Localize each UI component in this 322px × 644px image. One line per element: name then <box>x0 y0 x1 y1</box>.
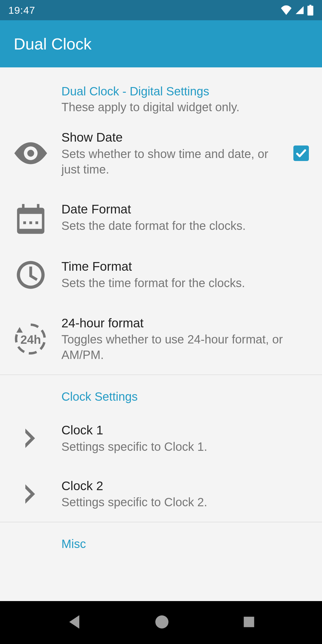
item-title: 24-hour format <box>61 315 303 331</box>
item-title: Time Format <box>61 259 303 275</box>
settings-list: Dual Clock - Digital Settings These appl… <box>0 67 322 601</box>
section-title: Clock Settings <box>61 390 313 403</box>
item-subtitle: Settings specific to Clock 2. <box>61 494 303 510</box>
item-subtitle: Sets the date format for the clocks. <box>61 218 303 233</box>
item-title: Date Format <box>61 202 303 217</box>
item-show-date[interactable]: Show Date Sets whether to show time and … <box>0 118 322 189</box>
svg-rect-5 <box>244 617 254 627</box>
clock-24h-icon: 24h <box>0 320 61 358</box>
item-subtitle: Settings specific to Clock 1. <box>61 439 303 454</box>
app-bar: Dual Clock <box>0 20 322 67</box>
eye-icon <box>0 142 61 165</box>
svg-rect-0 <box>23 221 26 224</box>
section-header-digital: Dual Clock - Digital Settings These appl… <box>0 67 322 118</box>
signal-icon <box>295 5 305 15</box>
calendar-icon <box>0 201 61 234</box>
section-header-clock: Clock Settings <box>0 375 322 411</box>
svg-rect-2 <box>35 221 38 224</box>
section-subtitle: These apply to digital widget only. <box>61 99 313 115</box>
item-subtitle: Sets the time format for the clocks. <box>61 275 303 291</box>
clock-icon <box>0 258 61 292</box>
item-time-format[interactable]: Time Format Sets the time format for the… <box>0 246 322 304</box>
item-date-format[interactable]: Date Format Sets the date format for the… <box>0 189 322 246</box>
svg-text:24h: 24h <box>21 333 41 346</box>
svg-point-4 <box>155 615 168 628</box>
status-bar: 19:47 <box>0 0 322 20</box>
section-title: Misc <box>61 537 313 551</box>
item-subtitle: Toggles whether to use 24-hour format, o… <box>61 332 303 363</box>
status-time: 19:47 <box>8 4 35 16</box>
item-clock-2[interactable]: Clock 2 Settings specific to Clock 2. <box>0 466 322 522</box>
nav-back-button[interactable] <box>67 614 81 631</box>
nav-recent-button[interactable] <box>243 616 255 629</box>
item-title: Show Date <box>61 130 287 145</box>
item-title: Clock 2 <box>61 478 303 494</box>
item-24hour-format[interactable]: 24h 24-hour format Toggles whether to us… <box>0 304 322 375</box>
item-subtitle: Sets whether to show time and date, or j… <box>61 146 287 177</box>
wifi-icon <box>280 5 292 15</box>
chevron-right-icon <box>0 483 61 505</box>
item-clock-1[interactable]: Clock 1 Settings specific to Clock 1. <box>0 411 322 466</box>
section-title: Dual Clock - Digital Settings <box>61 85 313 98</box>
svg-rect-1 <box>29 221 32 224</box>
chevron-right-icon <box>0 428 61 449</box>
checkbox-show-date[interactable] <box>293 145 309 161</box>
navigation-bar <box>0 601 322 644</box>
nav-home-button[interactable] <box>155 615 169 630</box>
status-icons <box>280 5 314 16</box>
page-title: Dual Clock <box>14 35 92 53</box>
item-title: Clock 1 <box>61 422 303 438</box>
section-header-misc: Misc <box>0 522 322 558</box>
battery-icon <box>307 5 314 16</box>
